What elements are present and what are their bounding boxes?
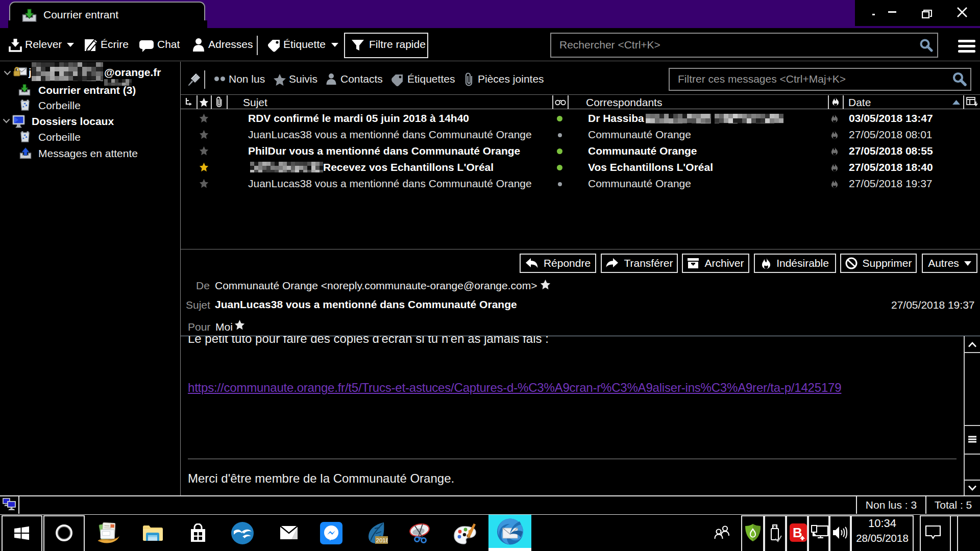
svg-text:2018: 2018 [376,537,388,543]
